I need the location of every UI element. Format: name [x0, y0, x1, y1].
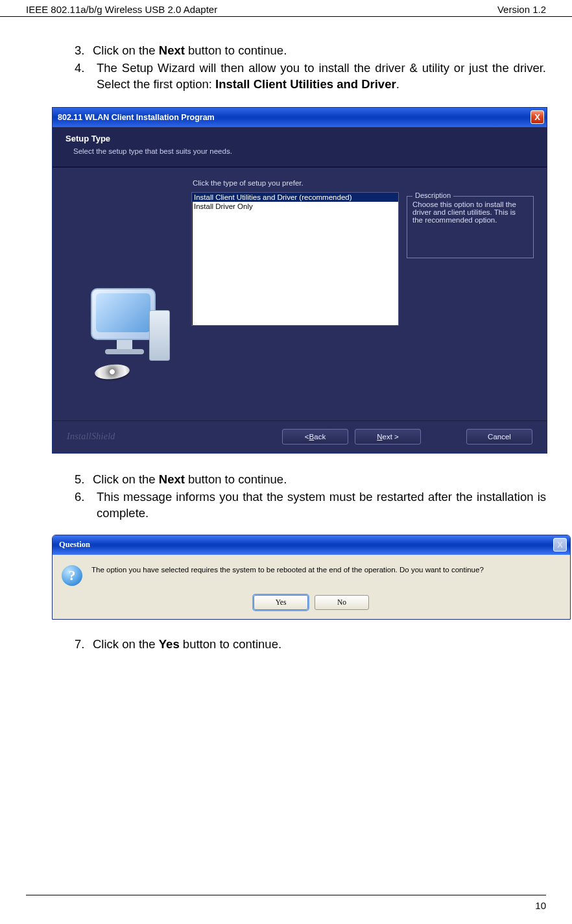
step-bold: Yes	[159, 637, 180, 651]
step-5: 5.Click on the Next button to continue.	[75, 472, 546, 488]
step-text: button to continue.	[185, 43, 287, 57]
step-text: .	[396, 77, 399, 91]
option-install-driver-only[interactable]: Install Driver Only	[192, 202, 398, 211]
step-num: 6.	[75, 489, 93, 505]
step-text: This message informs you that the system…	[97, 490, 546, 520]
installer-titlebar: 802.11 WLAN Client Installation Program …	[53, 108, 547, 127]
description-legend: Description	[412, 191, 453, 199]
step-7: 7.Click on the Yes button to continue.	[75, 637, 546, 653]
installer-title: 802.11 WLAN Client Installation Program	[58, 113, 215, 122]
step-num: 5.	[75, 472, 93, 488]
question-titlebar: Question X	[53, 535, 570, 555]
close-icon[interactable]: X	[530, 110, 544, 124]
header-left: IEEE 802.11a/b/g Wireless USB 2.0 Adapte…	[26, 4, 217, 15]
question-title: Question	[59, 540, 90, 550]
back-underline: B	[309, 433, 315, 441]
question-icon: ?	[62, 565, 82, 586]
cancel-button[interactable]: Cancel	[466, 429, 532, 444]
step-6: 6. This message informs you that the sys…	[75, 489, 546, 522]
setup-type-heading: Setup Type	[66, 134, 534, 143]
installshield-label: InstallShield	[67, 432, 115, 442]
setup-type-sub: Select the setup type that best suits yo…	[73, 147, 534, 155]
page-header: IEEE 802.11a/b/g Wireless USB 2.0 Adapte…	[0, 0, 572, 17]
instruction-list-b: 5.Click on the Next button to continue. …	[26, 472, 546, 522]
close-icon: X	[553, 538, 567, 552]
setup-prompt: Click the type of setup you prefer.	[193, 179, 534, 187]
step-num: 4.	[75, 60, 93, 77]
step-bold: Next	[159, 43, 185, 57]
back-button[interactable]: < Back	[282, 429, 348, 444]
computer-icon	[82, 288, 173, 379]
step-text: Click on the	[93, 472, 159, 486]
description-text: Choose this option to install the driver…	[412, 201, 528, 224]
installer-window: 802.11 WLAN Client Installation Program …	[52, 107, 547, 454]
next-button[interactable]: Next >	[355, 429, 421, 444]
page-number: 10	[535, 900, 546, 911]
description-box: Description Choose this option to instal…	[407, 196, 534, 258]
back-rest: ack	[314, 433, 326, 441]
header-right: Version 1.2	[497, 4, 546, 15]
next-underline: N	[377, 433, 382, 441]
step-text: Click on the	[93, 43, 159, 57]
instruction-list-a: 3.Click on the Next button to continue. …	[26, 43, 546, 93]
step-text: button to continue.	[185, 472, 287, 486]
step-bold: Install Client Utilities and Driver	[215, 77, 396, 91]
wizard-header: Setup Type Select the setup type that be…	[53, 127, 547, 167]
yes-button[interactable]: Yes	[254, 595, 308, 610]
option-install-utilities-driver[interactable]: Install Client Utilities and Driver (rec…	[192, 193, 398, 202]
wizard-body: Click the type of setup you prefer. Inst…	[53, 167, 547, 420]
question-text: The option you have selected requires th…	[91, 565, 561, 576]
no-button[interactable]: No	[315, 595, 369, 610]
step-bold: Next	[159, 472, 185, 486]
instruction-list-c: 7.Click on the Yes button to continue.	[26, 637, 546, 653]
next-rest: ext >	[383, 433, 399, 441]
step-text: Click on the	[93, 637, 159, 651]
step-num: 7.	[75, 637, 93, 653]
wizard-graphic	[66, 179, 189, 405]
step-num: 3.	[75, 43, 93, 59]
step-text: button to continue.	[180, 637, 281, 651]
footer-rule	[26, 895, 546, 895]
question-dialog: Question X ? The option you have selecte…	[52, 535, 571, 620]
step-3: 3.Click on the Next button to continue.	[75, 43, 546, 59]
wizard-footer: InstallShield < Back Next > Cancel	[53, 420, 547, 453]
setup-options-list[interactable]: Install Client Utilities and Driver (rec…	[191, 192, 399, 326]
step-4: 4. The Setup Wizard will then allow you …	[75, 60, 546, 93]
